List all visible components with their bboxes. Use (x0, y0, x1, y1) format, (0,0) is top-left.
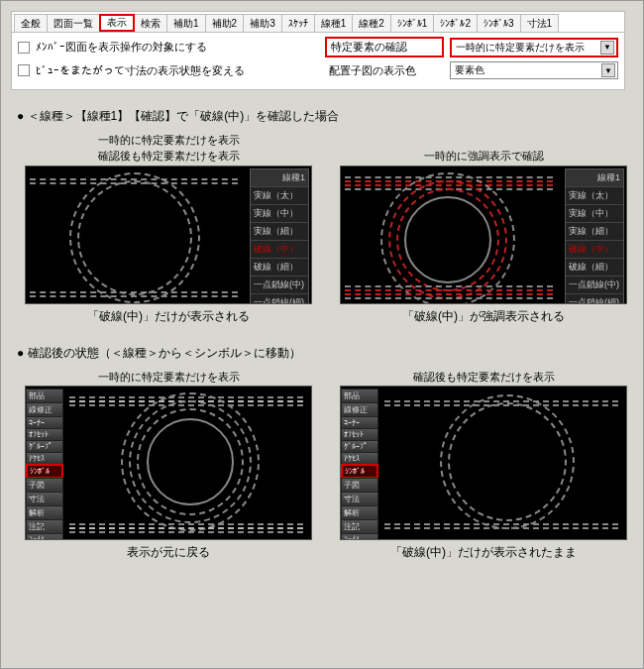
side-menu-item[interactable]: 実線（太） (566, 187, 623, 205)
side-menu-item[interactable]: 破線（中） (251, 241, 308, 259)
tab-補助2[interactable]: 補助2 (205, 14, 245, 32)
tab-表示[interactable]: 表示 (99, 14, 135, 32)
section2-heading: 確認後の状態（＜線種＞から＜シンボル＞に移動） (17, 345, 633, 362)
tab-全般[interactable]: 全般 (14, 14, 48, 32)
config-panel: 全般図面一覧表示検索補助1補助2補助3ｽｹｯﾁ線種1線種2ｼﾝﾎﾞﾙ1ｼﾝﾎﾞﾙ… (11, 11, 625, 90)
side-menu-item[interactable]: 一点鎖線(中) (251, 277, 308, 294)
side-menu-linetype[interactable]: 線種1実線（太）実線（中）実線（細）破線（中）破線（細）一点鎖線(中)一点鎖線(… (565, 168, 624, 304)
left-item-部品[interactable]: 部品 (341, 389, 378, 403)
pair1-left-caption-a: 一時的に特定要素だけを表示 (25, 133, 312, 147)
side-menu-item[interactable]: 一点鎖線(中) (566, 277, 623, 294)
tab-線種2[interactable]: 線種2 (352, 14, 391, 32)
field-color-select[interactable]: 要素色 ▼ (450, 61, 618, 79)
left-item-解析[interactable]: 解析 (26, 505, 63, 520)
side-menu-item[interactable]: 実線（細） (251, 223, 308, 241)
side-menu-linetype[interactable]: 線種1実線（太）実線（中）実線（細）破線（中）破線（細）一点鎖線(中)一点鎖線(… (250, 168, 309, 304)
left-item-ﾌｧｲﾙ[interactable]: ﾌｧｲﾙ (26, 533, 63, 540)
tab-補助3[interactable]: 補助3 (243, 14, 282, 32)
chevron-down-icon[interactable]: ▼ (601, 63, 615, 77)
field-color-value: 要素色 (455, 63, 484, 77)
tab-ｼﾝﾎﾞﾙ3[interactable]: ｼﾝﾎﾞﾙ3 (477, 14, 521, 32)
pair2-right-below: 「破線(中)」だけが表示されたまま (340, 544, 627, 561)
left-item-寸法[interactable]: 寸法 (341, 492, 378, 506)
left-item-寸法[interactable]: 寸法 (26, 492, 63, 506)
checkbox-member[interactable] (18, 42, 30, 54)
pair1-left-below: 「破線(中)」だけが表示される (25, 308, 312, 325)
side-menu-item[interactable]: 一点鎖線(細) (566, 294, 623, 304)
chevron-down-icon[interactable]: ▼ (600, 41, 614, 55)
side-menu-item[interactable]: 実線（太） (251, 187, 308, 205)
left-item-子図[interactable]: 子図 (26, 478, 63, 493)
side-menu-item[interactable]: 実線（中） (566, 205, 623, 223)
screenshot-1-right: 線種1実線（太）実線（中）実線（細）破線（中）破線（細）一点鎖線(中)一点鎖線(… (340, 166, 627, 304)
left-item-ｼﾝﾎﾞﾙ[interactable]: ｼﾝﾎﾞﾙ (26, 464, 63, 479)
tab-ｼﾝﾎﾞﾙ1[interactable]: ｼﾝﾎﾞﾙ1 (390, 14, 435, 32)
left-toolbar[interactable]: 部品線修正ｺｰﾅｰｵﾌｾｯﾄｸﾞﾙｰﾌﾟｱｸｾｽｼﾝﾎﾞﾙ子図寸法解析注記ﾌｧｲ… (26, 389, 63, 540)
tab-ｽｹｯﾁ[interactable]: ｽｹｯﾁ (281, 14, 315, 32)
checkbox-member-label: ﾒﾝﾊﾞｰ図面を表示操作の対象にする (36, 40, 207, 55)
pair1-right-below: 「破線(中)」が強調表示される (340, 308, 627, 325)
left-item-部品[interactable]: 部品 (26, 389, 63, 403)
tab-検索[interactable]: 検索 (134, 14, 167, 32)
left-item-ﾌｧｲﾙ[interactable]: ﾌｧｲﾙ (341, 533, 378, 540)
side-menu-item[interactable]: 破線（細） (566, 259, 623, 277)
tab-ｼﾝﾎﾞﾙ2[interactable]: ｼﾝﾎﾞﾙ2 (433, 14, 478, 32)
screenshot-2-right: 部品線修正ｺｰﾅｰｵﾌｾｯﾄｸﾞﾙｰﾌﾟｱｸｾｽｼﾝﾎﾞﾙ子図寸法解析注記ﾌｧｲ… (340, 386, 627, 540)
field-confirm-value: 一時的に特定要素だけを表示 (456, 41, 585, 55)
screenshot-1-left: 線種1実線（太）実線（中）実線（細）破線（中）破線（細）一点鎖線(中)一点鎖線(… (25, 166, 312, 304)
tab-bar: 全般図面一覧表示検索補助1補助2補助3ｽｹｯﾁ線種1線種2ｼﾝﾎﾞﾙ1ｼﾝﾎﾞﾙ… (12, 12, 624, 33)
side-menu-item[interactable]: 実線（細） (566, 223, 623, 241)
pair1-right-caption: 一時的に強調表示で確認 (340, 149, 627, 163)
side-menu-title: 線種1 (251, 169, 308, 187)
left-item-注記[interactable]: 注記 (341, 519, 378, 534)
screenshot-2-left: 部品線修正ｺｰﾅｰｵﾌｾｯﾄｸﾞﾙｰﾌﾟｱｸｾｽｼﾝﾎﾞﾙ子図寸法解析注記ﾌｧｲ… (25, 386, 312, 540)
tab-線種1[interactable]: 線種1 (314, 14, 354, 32)
left-item-解析[interactable]: 解析 (341, 505, 378, 520)
left-item-ｼﾝﾎﾞﾙ[interactable]: ｼﾝﾎﾞﾙ (341, 464, 378, 479)
left-item-線修正[interactable]: 線修正 (341, 402, 378, 417)
left-item-注記[interactable]: 注記 (26, 519, 63, 534)
pair2-left-below: 表示が元に戻る (25, 544, 312, 561)
section1-heading: ＜線種＞【線種1】【確認】で「破線(中)」を確認した場合 (17, 108, 633, 125)
checkbox-view-label: ﾋﾞｭｰをまたがって寸法の表示状態を変える (36, 63, 245, 78)
field-color-label: 配置子図の表示色 (325, 62, 444, 79)
side-menu-item[interactable]: 一点鎖線(細) (251, 294, 308, 304)
pair2-left-caption: 一時的に特定要素だけを表示 (25, 370, 312, 384)
field-confirm-select[interactable]: 一時的に特定要素だけを表示 ▼ (450, 38, 618, 57)
field-confirm-label: 特定要素の確認 (325, 37, 444, 57)
tab-補助1[interactable]: 補助1 (166, 14, 206, 32)
tab-図面一覧[interactable]: 図面一覧 (47, 14, 100, 32)
tab-寸法1[interactable]: 寸法1 (520, 14, 560, 32)
left-item-子図[interactable]: 子図 (341, 478, 378, 493)
left-item-線修正[interactable]: 線修正 (26, 402, 63, 417)
side-menu-item[interactable]: 破線（細） (251, 259, 308, 277)
pair1-left-caption-b: 確認後も特定要素だけを表示 (25, 149, 312, 163)
checkbox-view[interactable] (18, 64, 30, 76)
side-menu-item[interactable]: 破線（中） (566, 241, 623, 259)
side-menu-title: 線種1 (566, 169, 623, 187)
pair2-right-caption: 確認後も特定要素だけを表示 (340, 370, 627, 384)
left-toolbar[interactable]: 部品線修正ｺｰﾅｰｵﾌｾｯﾄｸﾞﾙｰﾌﾟｱｸｾｽｼﾝﾎﾞﾙ子図寸法解析注記ﾌｧｲ… (341, 389, 378, 540)
side-menu-item[interactable]: 実線（中） (251, 205, 308, 223)
